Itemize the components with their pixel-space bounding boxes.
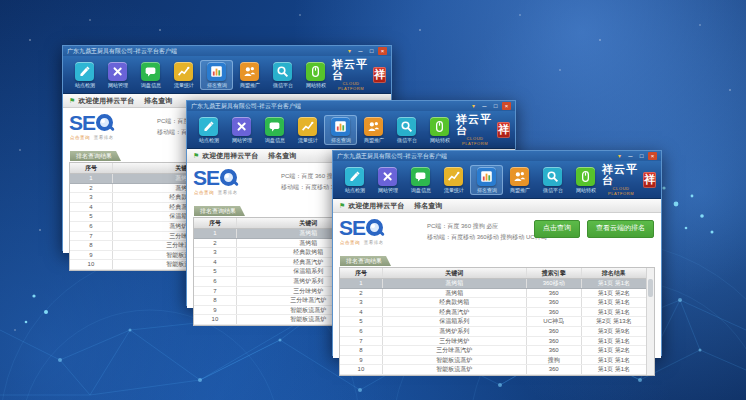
table-row[interactable]: 1蒸烤箱360移动第1页 第1名 [340, 279, 646, 289]
toolbar-item-rank-query[interactable]: 排名查询 [324, 115, 357, 145]
toolbar-items: 站点检测网站管理询盘信息流量统计排名查询商盟推广微信平台网站特权 [192, 115, 456, 145]
toolbar-item-label: 微信平台 [542, 187, 562, 193]
column-header[interactable]: 排名结果 [582, 268, 646, 278]
toolbar-item-wechat-platform[interactable]: 微信平台 [266, 60, 299, 90]
rank-table: 序号关键词搜索引擎排名结果 1蒸烤箱360移动第1页 第1名2蒸烤箱360第1页… [339, 267, 655, 376]
toolbar-item-site-manage[interactable]: 网站管理 [101, 60, 134, 90]
toolbar-item-alliance-promo[interactable]: 商盟推广 [503, 165, 536, 195]
toolbar-item-inquiry-info[interactable]: 询盘信息 [404, 165, 437, 195]
minimize-button[interactable]: ─ [480, 102, 489, 110]
table-row[interactable]: 10智能板流蒸炉360第1页 第1名 [340, 365, 646, 375]
toolbar-item-label: 微信平台 [272, 82, 292, 88]
tab-rank-results[interactable]: 排名查询结果 [194, 206, 245, 216]
toolbar-item-site-check[interactable]: 站点检测 [192, 115, 225, 145]
table-scrollbar[interactable] [646, 268, 654, 375]
toolbar-item-rank-query[interactable]: 排名查询 [470, 165, 503, 195]
content-area: SE 点击查询 查看排名 PC端：百度 360 搜狗 必应 移动端：百度移动 3… [333, 213, 661, 358]
table-cell: 6 [340, 327, 383, 336]
brand-subtitle: CLOUD PLATFORM [602, 186, 640, 196]
table-row[interactable]: 3经典款烤箱360第1页 第1名 [340, 298, 646, 308]
table-cell: 第1页 第1名 [582, 356, 646, 365]
window-titlebar[interactable]: 广东九鼎王厨具有限公司-祥云平台客户端 ▾─□× [187, 101, 515, 111]
column-header[interactable]: 序号 [194, 218, 237, 228]
close-button[interactable]: × [502, 102, 511, 110]
close-button[interactable]: × [648, 152, 657, 160]
users-icon [240, 62, 259, 81]
pen-icon [199, 117, 218, 136]
window-titlebar[interactable]: 广东九鼎王厨具有限公司-祥云平台客户端 ▾─□× [63, 46, 391, 56]
seo-tagline-left: 点击查询 [340, 240, 360, 245]
window-titlebar[interactable]: 广东九鼎王厨具有限公司-祥云平台客户端 ▾─□× [333, 151, 661, 161]
close-button[interactable]: × [378, 47, 387, 55]
maximize-button[interactable]: □ [367, 47, 376, 55]
tab-rank-results[interactable]: 排名查询结果 [70, 151, 121, 161]
search-gear-icon [397, 117, 416, 136]
window-title: 广东九鼎王厨具有限公司-祥云平台客户端 [191, 102, 301, 111]
table-cell: 360 [527, 346, 582, 355]
tab-rank-results[interactable]: 排名查询结果 [340, 256, 391, 266]
skin-button[interactable]: ▾ [345, 47, 354, 55]
toolbar-item-site-privilege[interactable]: 网站特权 [299, 60, 332, 90]
table-row[interactable]: 7三分味烤炉360第1页 第1名 [340, 337, 646, 347]
table-body: 1蒸烤箱360移动第1页 第1名2蒸烤箱360第1页 第2名3经典款烤箱360第… [340, 279, 646, 375]
flag-icon: ⚑ [193, 152, 199, 159]
skin-button[interactable]: ▾ [469, 102, 478, 110]
table-cell: 6 [194, 277, 237, 286]
column-header[interactable]: 序号 [70, 163, 113, 173]
brand-seal-icon: 祥 [373, 67, 386, 83]
toolbar-item-site-privilege[interactable]: 网站特权 [569, 165, 602, 195]
toolbar-item-alliance-promo[interactable]: 商盟推广 [357, 115, 390, 145]
toolbar-item-traffic-stats[interactable]: 流量统计 [291, 115, 324, 145]
column-header[interactable]: 搜索引擎 [527, 268, 582, 278]
brand-logo: 祥云平台 CLOUD PLATFORM 祥 [456, 114, 510, 146]
toolbar-item-site-privilege[interactable]: 网站特权 [423, 115, 456, 145]
table-row[interactable]: 6蒸烤炉系列360第3页 第9名 [340, 327, 646, 337]
table-cell: 第1页 第1名 [582, 337, 646, 346]
toolbar-item-label: 商盟推广 [239, 82, 259, 88]
toolbar-item-label: 流量统计 [443, 187, 463, 193]
table-cell: 蒸烤炉系列 [383, 327, 527, 336]
maximize-button[interactable]: □ [637, 152, 646, 160]
engine-info: PC端：百度 360 搜狗 必应 移动端：百度移动 360移动 搜狗移动 UC神… [427, 221, 547, 243]
toolbar-item-wechat-platform[interactable]: 微信平台 [390, 115, 423, 145]
toolbar-item-alliance-promo[interactable]: 商盟推广 [233, 60, 266, 90]
table-row[interactable]: 2蒸烤箱360第1页 第2名 [340, 289, 646, 299]
toolbar-item-wechat-platform[interactable]: 微信平台 [536, 165, 569, 195]
maximize-button[interactable]: □ [491, 102, 500, 110]
column-header[interactable]: 关键词 [383, 268, 527, 278]
toolbar-item-inquiry-info[interactable]: 询盘信息 [134, 60, 167, 90]
toolbar-item-label: 排名查询 [330, 137, 350, 143]
table-row[interactable]: 5保温箱系列UC神马第2页 第13名 [340, 317, 646, 327]
seo-logo: SE [339, 217, 383, 239]
chat-icon [265, 117, 284, 136]
table-cell: 第1页 第1名 [582, 298, 646, 307]
table-row[interactable]: 9智能板流蒸炉搜狗第1页 第1名 [340, 356, 646, 366]
table-row[interactable]: 4经典蒸汽炉360第1页 第1名 [340, 308, 646, 318]
toolbar-item-traffic-stats[interactable]: 流量统计 [437, 165, 470, 195]
minimize-button[interactable]: ─ [356, 47, 365, 55]
table-cell: 360移动 [527, 279, 582, 288]
minimize-button[interactable]: ─ [626, 152, 635, 160]
scrollbar-thumb[interactable] [648, 279, 653, 297]
toolbar-item-traffic-stats[interactable]: 流量统计 [167, 60, 200, 90]
table-cell: 智能板流蒸炉 [383, 365, 527, 374]
toolbar-item-rank-query[interactable]: 排名查询 [200, 60, 233, 90]
skin-button[interactable]: ▾ [615, 152, 624, 160]
window-controls: ▾─□× [345, 47, 387, 55]
main-toolbar: 站点检测网站管理询盘信息流量统计排名查询商盟推广微信平台网站特权 祥云平台 CL… [333, 161, 661, 199]
column-header[interactable]: 序号 [340, 268, 383, 278]
toolbar-item-site-manage[interactable]: 网站管理 [371, 165, 404, 195]
table-cell: 1 [70, 174, 113, 183]
table-row[interactable]: 8三分味蒸汽炉360第1页 第2名 [340, 346, 646, 356]
table-cell: 保温箱系列 [383, 317, 527, 326]
table-cell: 2 [194, 239, 237, 248]
toolbar-item-site-check[interactable]: 站点检测 [68, 60, 101, 90]
table-cell: 4 [340, 308, 383, 317]
toolbar-item-site-check[interactable]: 站点检测 [338, 165, 371, 195]
welcome-text: 欢迎使用祥云平台 [348, 201, 404, 211]
brand-seal-icon: 祥 [497, 122, 510, 138]
query-button[interactable]: 点击查询 [534, 220, 580, 238]
toolbar-item-site-manage[interactable]: 网站管理 [225, 115, 258, 145]
toolbar-item-inquiry-info[interactable]: 询盘信息 [258, 115, 291, 145]
cloud-rank-button[interactable]: 查看云端的排名 [587, 220, 654, 238]
